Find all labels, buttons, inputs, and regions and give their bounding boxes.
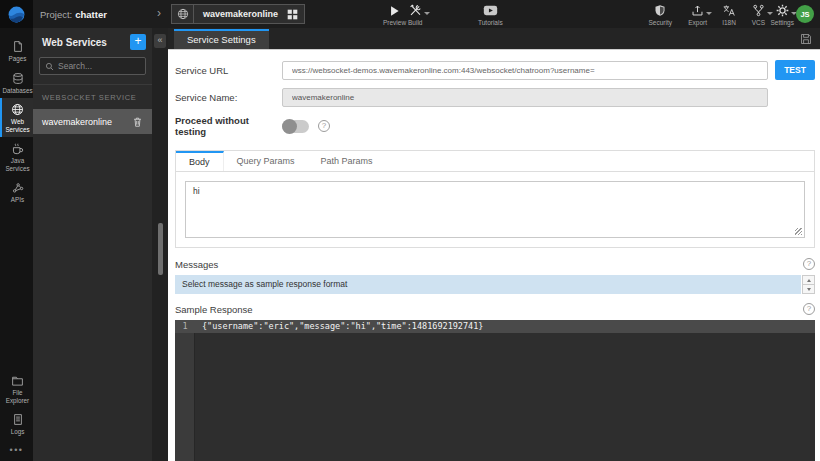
editor-active-line: 1 {"username":"eric","message":"hi","tim… <box>175 320 815 333</box>
sidebar-item-apis[interactable]: APIs <box>0 176 33 208</box>
translate-icon <box>722 4 736 17</box>
folder-icon <box>11 375 24 387</box>
page-icon <box>12 40 24 53</box>
service-search-box[interactable] <box>39 57 146 75</box>
service-item-label: wavemakeronline <box>42 117 132 127</box>
triangle-up-icon <box>807 279 811 282</box>
grid-icon[interactable] <box>287 9 298 20</box>
add-service-button[interactable]: + <box>130 34 146 50</box>
service-name-label: Service Name: <box>175 92 282 103</box>
scroll-up-button[interactable] <box>802 275 815 285</box>
chevron-down-icon <box>424 12 430 15</box>
tab-path-params[interactable]: Path Params <box>308 151 386 171</box>
help-icon[interactable]: ? <box>803 303 815 315</box>
tutorials-button[interactable]: Tutorials <box>478 4 503 26</box>
export-up-icon <box>691 4 704 17</box>
sample-response-editor[interactable]: 1 {"username":"eric","message":"hi","tim… <box>175 320 815 461</box>
search-icon <box>45 62 54 71</box>
more-options-button[interactable]: ••• <box>0 440 33 461</box>
scroll-down-button[interactable] <box>802 285 815 294</box>
wavemaker-logo-icon <box>7 5 26 24</box>
sample-response-label: Sample Response <box>175 304 794 315</box>
coffee-icon <box>11 142 24 155</box>
body-textarea[interactable]: hi <box>185 181 805 238</box>
open-service-tab[interactable]: wavemakeronline <box>171 4 305 24</box>
sidebar-item-file-explorer[interactable]: File Explorer <box>0 370 33 408</box>
vcs-button[interactable]: VCS <box>752 4 765 26</box>
gear-icon <box>776 4 789 17</box>
collapse-panel-button[interactable]: « <box>154 34 166 48</box>
save-icon[interactable] <box>800 33 812 45</box>
security-button[interactable]: Security <box>649 4 672 26</box>
service-tab-label: wavemakeronline <box>194 9 287 19</box>
panel-title: Web Services <box>42 37 130 48</box>
messages-label: Messages <box>175 259 794 270</box>
globe-icon <box>172 5 194 23</box>
project-prefix: Project: <box>40 9 72 20</box>
rail-spacer <box>0 208 33 371</box>
tab-service-settings[interactable]: Service Settings <box>174 29 269 49</box>
globe-icon <box>11 103 24 116</box>
help-icon[interactable]: ? <box>318 120 330 132</box>
settings-button[interactable]: Settings <box>771 4 795 26</box>
service-list-item[interactable]: wavemakeronline <box>33 109 152 134</box>
database-icon <box>12 72 24 85</box>
toggle-knob <box>282 119 297 134</box>
service-name-row: Service Name: <box>175 88 815 107</box>
log-file-icon <box>12 413 24 426</box>
request-params-panel: Body Query Params Path Params hi <box>175 150 815 248</box>
messages-list: Select message as sample response format <box>175 275 815 294</box>
left-nav-rail: Pages Databases Web Services Java Servic… <box>0 28 33 461</box>
api-nodes-icon <box>12 181 24 194</box>
sidebar-item-logs[interactable]: Logs <box>0 408 33 440</box>
sidebar-item-web-services[interactable]: Web Services <box>0 98 33 137</box>
service-url-row: Service URL TEST <box>175 60 815 80</box>
help-icon[interactable]: ? <box>803 258 815 270</box>
editor-gutter <box>175 320 195 461</box>
service-settings-form: Service URL TEST Service Name: Proceed w… <box>168 50 820 461</box>
messages-header: Messages ? <box>175 258 815 270</box>
line-number: 1 <box>175 320 195 333</box>
sidebar-item-java-services[interactable]: Java Services <box>0 137 33 176</box>
messages-scroller <box>802 275 815 294</box>
build-tools-icon <box>409 4 422 17</box>
git-branch-icon <box>752 4 765 17</box>
editor-tab-bar: Service Settings <box>168 28 820 50</box>
request-tabs: Body Query Params Path Params <box>176 151 814 172</box>
sidebar-item-pages[interactable]: Pages <box>0 35 33 67</box>
build-button[interactable]: Build <box>408 4 422 26</box>
triangle-down-icon <box>807 288 811 291</box>
sample-response-header: Sample Response ? <box>175 303 815 315</box>
wavemaker-logo[interactable] <box>0 0 33 28</box>
play-icon <box>389 4 400 17</box>
export-button[interactable]: Export <box>688 4 707 26</box>
sidebar-item-databases[interactable]: Databases <box>0 67 33 99</box>
user-avatar[interactable]: JS <box>796 5 814 23</box>
i18n-button[interactable]: I18N <box>722 4 736 26</box>
websocket-service-section-header: WEBSOCKET SERVICE <box>33 84 152 109</box>
top-bar: Project: chatter › wavemakeronline Previ… <box>0 0 820 28</box>
web-services-panel: Web Services + WEBSOCKET SERVICE wavemak… <box>33 28 152 461</box>
wavemaker-studio: Project: chatter › wavemakeronline Previ… <box>0 0 820 461</box>
proceed-row: Proceed without testing ? <box>175 115 815 137</box>
service-name-input[interactable] <box>282 88 768 107</box>
proceed-toggle[interactable] <box>282 120 309 133</box>
service-url-label: Service URL <box>175 65 282 76</box>
panel-splitter: « <box>152 28 168 461</box>
tab-body[interactable]: Body <box>176 151 224 171</box>
project-title: chatter <box>75 9 107 20</box>
service-url-input[interactable] <box>282 61 768 80</box>
youtube-icon <box>483 4 498 17</box>
shield-icon <box>654 4 666 17</box>
service-editor: Service Settings Service URL TEST Servic… <box>168 28 820 461</box>
editor-code: {"username":"eric","message":"hi","time"… <box>195 320 483 333</box>
test-button[interactable]: TEST <box>775 60 815 80</box>
tab-query-params[interactable]: Query Params <box>224 151 308 171</box>
proceed-label: Proceed without testing <box>175 115 282 137</box>
preview-button[interactable]: Preview <box>383 4 406 26</box>
chevron-down-icon <box>706 12 712 15</box>
search-input[interactable] <box>58 61 140 71</box>
message-select-bar[interactable]: Select message as sample response format <box>175 275 801 294</box>
trash-icon[interactable] <box>132 116 143 128</box>
splitter-grip[interactable] <box>158 223 163 275</box>
